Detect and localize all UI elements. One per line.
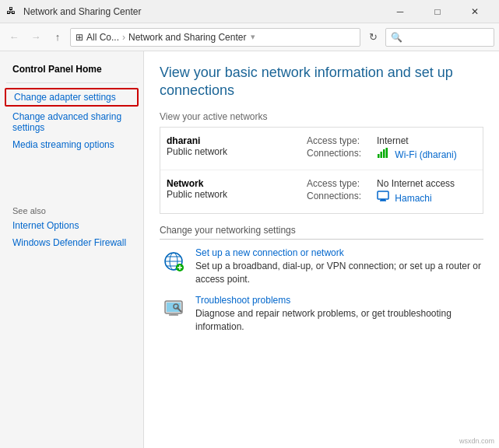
grid-icon: ⊞	[76, 32, 83, 43]
connections-label-2: Connections:	[307, 191, 377, 201]
connections-row-1: Connections: Wi-	[307, 148, 476, 160]
page-title: View your basic network information and …	[160, 64, 483, 100]
svg-rect-0	[378, 154, 380, 158]
minimize-button[interactable]: ─	[382, 0, 418, 23]
access-label-1: Access type:	[307, 135, 377, 146]
settings-item-troubleshoot: Troubleshoot problems Diagnose and repai…	[160, 295, 483, 334]
wifi-signal-icon	[377, 148, 389, 160]
network-type-dharani: Public network	[167, 146, 307, 157]
network-details-network: Access type: No Internet access Connecti…	[307, 178, 476, 205]
back-button[interactable]: ←	[5, 28, 23, 47]
network-info-network: Network Public network	[167, 178, 307, 200]
troubleshoot-link[interactable]: Troubleshoot problems	[195, 295, 483, 306]
media-streaming-link[interactable]: Media streaming options	[12, 139, 114, 150]
active-networks-label: View your active networks	[160, 111, 483, 122]
troubleshoot-icon	[160, 295, 188, 323]
vpn-monitor-svg	[377, 191, 389, 201]
sidebar-item-change-adapter[interactable]: Change adapter settings	[5, 88, 139, 107]
window-controls: ─ □ ✕	[382, 0, 493, 23]
content-area: View your basic network information and …	[144, 51, 499, 448]
new-connection-icon	[160, 247, 188, 275]
network-row-dharani: dharani Public network Access type: Inte…	[160, 128, 483, 170]
maximize-button[interactable]: □	[420, 0, 455, 23]
forward-button[interactable]: →	[26, 28, 45, 47]
networks-section: dharani Public network Access type: Inte…	[160, 127, 483, 214]
sidebar-item-change-sharing[interactable]: Change advanced sharing settings	[0, 108, 143, 136]
close-button[interactable]: ✕	[457, 0, 493, 23]
access-type-row-2: Access type: No Internet access	[307, 178, 476, 189]
see-also-label: See also	[0, 200, 143, 217]
connections-value-1[interactable]: Wi-Fi (dharani)	[377, 148, 457, 160]
refresh-button[interactable]: ↻	[364, 28, 382, 47]
search-box[interactable]: 🔍	[385, 28, 494, 47]
titlebar: 🖧 Network and Sharing Center ─ □ ✕	[0, 0, 499, 23]
firewall-link[interactable]: Windows Defender Firewall	[12, 237, 126, 248]
app-icon: 🖧	[6, 5, 19, 18]
network-name-dharani: dharani	[167, 135, 307, 146]
access-value-1: Internet	[377, 135, 409, 146]
svg-rect-4	[378, 191, 388, 199]
address-bar-input[interactable]: ⊞ All Co... › Network and Sharing Center…	[70, 28, 360, 47]
network-details-dharani: Access type: Internet Connections:	[307, 135, 476, 162]
sidebar-item-media-streaming[interactable]: Media streaming options	[0, 136, 143, 153]
svg-rect-2	[383, 149, 385, 158]
troubleshoot-desc: Diagnose and repair network problems, or…	[195, 308, 452, 332]
access-label-2: Access type:	[307, 178, 377, 189]
svg-rect-3	[386, 148, 388, 158]
separator: ›	[122, 32, 125, 43]
troubleshoot-svg	[163, 298, 184, 320]
new-connection-desc: Set up a broadband, dial-up, or VPN conn…	[195, 261, 481, 285]
access-type-row-1: Access type: Internet	[307, 135, 476, 146]
addressbar: ← → ↑ ⊞ All Co... › Network and Sharing …	[0, 23, 499, 51]
network-row-network: Network Public network Access type: No I…	[160, 170, 483, 213]
main-layout: Control Panel Home Change adapter settin…	[0, 51, 499, 448]
connections-label-1: Connections:	[307, 148, 377, 159]
connections-value-2[interactable]: Hamachi	[377, 191, 432, 204]
change-adapter-link[interactable]: Change adapter settings	[14, 92, 116, 103]
settings-item-new-connection: Set up a new connection or network Set u…	[160, 247, 483, 286]
search-icon: 🔍	[391, 32, 402, 43]
sidebar-item-internet-options[interactable]: Internet Options	[0, 217, 143, 234]
network-name-network: Network	[167, 178, 307, 189]
access-value-2: No Internet access	[377, 178, 455, 189]
vpn-icon	[377, 191, 389, 204]
setting2-text: Troubleshoot problems Diagnose and repai…	[195, 295, 483, 334]
new-connection-svg	[163, 250, 184, 272]
network-type-network: Public network	[167, 189, 307, 200]
sidebar-item-control-panel-home[interactable]: Control Panel Home	[0, 61, 143, 78]
breadcrumb-part2: Network and Sharing Center	[128, 32, 246, 43]
connections-row-2: Connections: Hamachi	[307, 191, 476, 204]
svg-rect-1	[381, 152, 383, 158]
internet-options-link[interactable]: Internet Options	[12, 220, 79, 231]
change-settings-title: Change your networking settings	[160, 225, 483, 240]
new-connection-link[interactable]: Set up a new connection or network	[195, 247, 483, 258]
change-sharing-link[interactable]: Change advanced sharing settings	[12, 111, 121, 133]
breadcrumb: ⊞ All Co... › Network and Sharing Center	[76, 32, 246, 43]
sidebar: Control Panel Home Change adapter settin…	[0, 51, 144, 448]
sidebar-divider	[6, 82, 137, 83]
breadcrumb-part1: All Co...	[86, 32, 119, 43]
up-button[interactable]: ↑	[48, 28, 67, 47]
wifi-bars-svg	[377, 148, 389, 158]
sidebar-item-firewall[interactable]: Windows Defender Firewall	[0, 234, 143, 251]
setting1-text: Set up a new connection or network Set u…	[195, 247, 483, 286]
window-title: Network and Sharing Center	[23, 6, 382, 17]
network-info-dharani: dharani Public network	[167, 135, 307, 157]
watermark: wsxdn.com	[459, 437, 494, 445]
